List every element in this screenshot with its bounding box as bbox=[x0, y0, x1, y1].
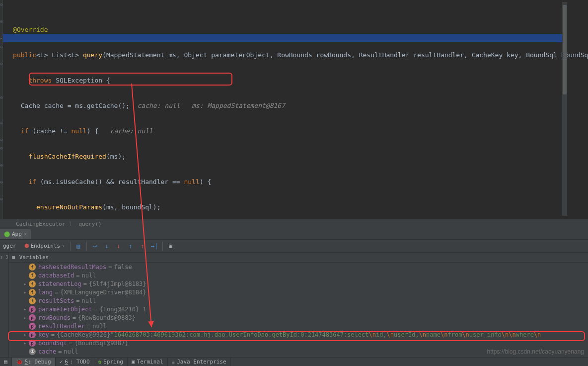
terminal-tool-button[interactable]: ▣ Terminal bbox=[128, 358, 168, 366]
variable-row[interactable]: fhasNestedResultMaps=false bbox=[9, 263, 588, 271]
breadcrumb-class[interactable]: CachingExecutor bbox=[16, 221, 65, 227]
todo-tool-button[interactable]: ✓ 6: TODO bbox=[56, 358, 94, 366]
debug-panel: ⬤ App × gger ⬢Endpoints→ ▤ ⤻ ↓ ↓ ↑ ↑ →| … bbox=[0, 229, 588, 357]
variable-row[interactable]: presultHandler=null bbox=[9, 322, 588, 330]
code-editor[interactable]: ⊖⊖ ▸⊖ ⊖ ⊖ ⊖ ⊖⊖ ⊖ ⊖⊖ @Override public<E> … bbox=[0, 0, 588, 219]
code-content[interactable]: @Override public<E> List<E> query(Mapped… bbox=[3, 0, 588, 219]
debug-tab-app[interactable]: ⬤ App × bbox=[0, 229, 31, 239]
force-step-into-icon[interactable]: ↓ bbox=[115, 242, 123, 250]
status-messages[interactable]: ▤ bbox=[0, 358, 12, 366]
drop-frame-icon[interactable]: ↑ bbox=[139, 242, 147, 250]
variable-row[interactable]: fresultSets=null bbox=[9, 296, 588, 305]
variable-row[interactable]: ▸flang={XMLLanguageDriver@8184} bbox=[9, 288, 588, 296]
editor-scrollbar[interactable] bbox=[562, 2, 567, 216]
status-bar: ▤ 🐞5: 5: DebugDebug ✓ 6: TODO ✿Spring ▣ … bbox=[0, 357, 588, 366]
variables-panel: ≡ Variables fhasNestedResultMaps=false f… bbox=[9, 253, 588, 357]
endpoints-tab[interactable]: ⬢Endpoints→ bbox=[22, 242, 66, 250]
variable-row[interactable]: ▸prowBounds={RowBounds@9883} bbox=[9, 313, 588, 322]
debug-toolbar: gger ⬢Endpoints→ ▤ ⤻ ↓ ↓ ↑ ↑ →| 🖩 bbox=[0, 240, 588, 253]
close-icon[interactable]: × bbox=[24, 231, 27, 237]
execution-line-highlight bbox=[3, 34, 566, 42]
frame-tab[interactable]: s 3 bbox=[0, 255, 8, 263]
variable-row[interactable]: ▸pparameterObject={Long@8210} 1 bbox=[9, 305, 588, 313]
variables-header: ≡ Variables bbox=[9, 253, 588, 263]
debug-frames-sidebar[interactable]: s 3 bbox=[0, 253, 9, 357]
layout-icon[interactable]: ▤ bbox=[74, 242, 82, 250]
debugger-tab[interactable]: gger bbox=[1, 242, 18, 250]
variable-row[interactable]: ▸pboundSql={BoundSql@9887} bbox=[9, 339, 588, 347]
breadcrumb-bar[interactable]: CachingExecutor 〉 query() bbox=[0, 219, 588, 229]
evaluate-icon[interactable]: 🖩 bbox=[167, 242, 175, 250]
breadcrumb-method[interactable]: query() bbox=[78, 221, 101, 227]
variable-row[interactable]: ▸pkey={CacheKey@9926} "1646268703:469619… bbox=[9, 330, 588, 339]
bug-icon: ⬤ bbox=[4, 231, 10, 237]
watermark: https://blog.csdn.net/caoyuanyenang bbox=[487, 348, 584, 355]
java-enterprise-tool-button[interactable]: ☕ Java Enterprise bbox=[168, 358, 231, 366]
variable-row[interactable]: ▸fstatementLog={Slf4jImpl@8183} bbox=[9, 279, 588, 288]
debug-tabs: ⬤ App × bbox=[0, 229, 588, 240]
step-out-icon[interactable]: ↑ bbox=[127, 242, 135, 250]
debug-tool-button[interactable]: 🐞5: 5: DebugDebug bbox=[12, 358, 56, 366]
step-into-icon[interactable]: ↓ bbox=[103, 242, 111, 250]
spring-tool-button[interactable]: ✿Spring bbox=[94, 358, 128, 366]
variable-row[interactable]: fdatabaseId=null bbox=[9, 271, 588, 279]
menu-icon[interactable]: ≡ bbox=[12, 254, 15, 261]
step-over-icon[interactable]: ⤻ bbox=[91, 242, 99, 250]
run-to-cursor-icon[interactable]: →| bbox=[150, 242, 158, 250]
